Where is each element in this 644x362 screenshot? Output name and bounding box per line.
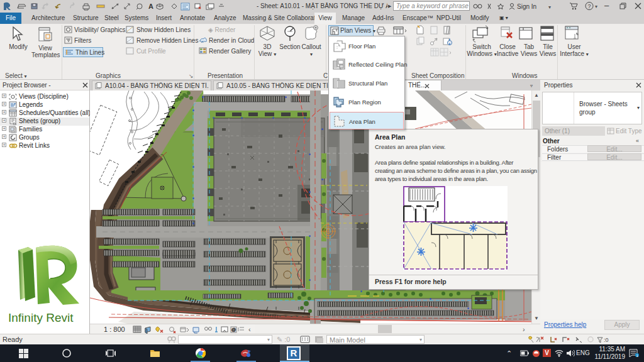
svg-text:A: A	[148, 3, 153, 10]
svg-text:Sign In: Sign In	[517, 3, 536, 10]
svg-text::0: :0	[604, 337, 609, 343]
svg-text:@: @	[231, 327, 236, 332]
svg-text:▾: ▾	[595, 4, 597, 9]
svg-text:?: ?	[588, 3, 591, 9]
